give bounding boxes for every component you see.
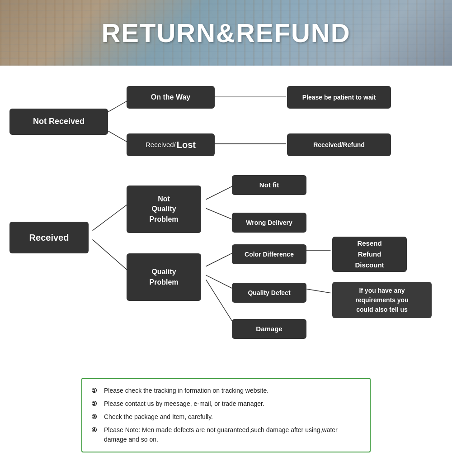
svg-line-7 bbox=[206, 208, 233, 219]
svg-line-5 bbox=[93, 239, 128, 271]
svg-line-8 bbox=[206, 253, 233, 267]
svg-line-10 bbox=[206, 280, 233, 322]
note-text-1: Please check the tracking in formation o… bbox=[104, 386, 268, 395]
note-num-1: ① bbox=[91, 386, 101, 395]
please-wait-node: Please be patient to wait bbox=[287, 86, 391, 109]
note-num-2: ② bbox=[91, 399, 101, 409]
on-the-way-node: On the Way bbox=[127, 86, 215, 109]
note-text-2: Please contact us by meesage, e-mail, or… bbox=[104, 399, 264, 409]
note-item-3: ③ Check the package and Item, carefully. bbox=[91, 412, 361, 422]
received-lost-node: Received/Lost bbox=[127, 133, 215, 156]
main-content: Not Received On the Way Please be patien… bbox=[0, 66, 452, 462]
resend-node: ResendRefundDiscount bbox=[332, 237, 407, 272]
note-num-4: ④ bbox=[91, 425, 101, 435]
received-node: Received bbox=[9, 222, 89, 253]
note-text-3: Check the package and Item, carefully. bbox=[104, 412, 213, 422]
received-refund-node: Received/Refund bbox=[287, 133, 391, 156]
not-received-node: Not Received bbox=[9, 109, 108, 135]
quality-defect-node: Quality Defect bbox=[232, 283, 306, 303]
note-item-2: ② Please contact us by meesage, e-mail, … bbox=[91, 399, 361, 409]
not-fit-node: Not fit bbox=[232, 175, 306, 195]
note-text-4: Please Note: Men made defects are not gu… bbox=[104, 425, 361, 444]
wrong-delivery-node: Wrong Delivery bbox=[232, 213, 306, 233]
damage-node: Damage bbox=[232, 319, 306, 339]
not-quality-problem-node: NotQualityProblem bbox=[127, 186, 201, 233]
requirements-node: If you have anyrequirements youcould als… bbox=[332, 282, 432, 318]
note-item-1: ① Please check the tracking in formation… bbox=[91, 386, 361, 395]
notes-box: ① Please check the tracking in formation… bbox=[81, 378, 371, 452]
color-difference-node: Color Difference bbox=[232, 244, 306, 264]
header-banner: RETURN&REFUND bbox=[0, 0, 452, 66]
svg-line-4 bbox=[93, 204, 128, 231]
quality-problem-node: QualityProblem bbox=[127, 253, 201, 301]
svg-line-12 bbox=[304, 289, 330, 293]
svg-line-6 bbox=[206, 186, 233, 200]
svg-line-9 bbox=[206, 275, 233, 289]
note-num-3: ③ bbox=[91, 412, 101, 422]
page-title: RETURN&REFUND bbox=[101, 18, 350, 48]
flowchart: Not Received On the Way Please be patien… bbox=[7, 75, 445, 369]
note-item-4: ④ Please Note: Men made defects are not … bbox=[91, 425, 361, 444]
